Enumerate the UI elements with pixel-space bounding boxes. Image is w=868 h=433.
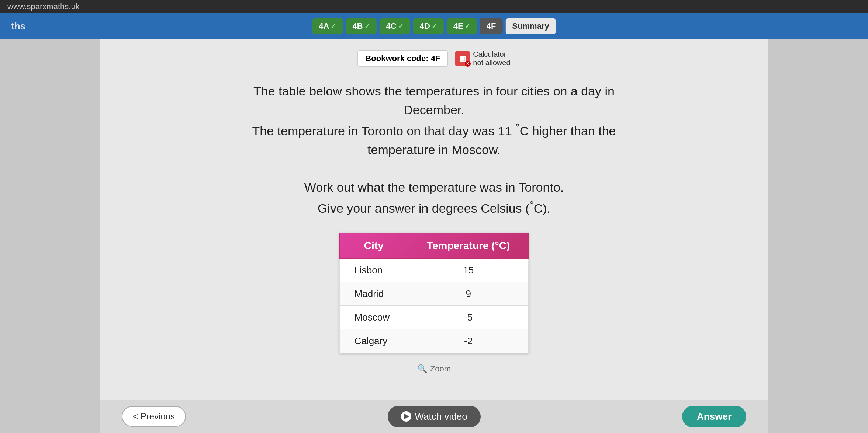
bookwork-code: Bookwork code: 4F — [357, 50, 448, 67]
nav-site-label: ths — [11, 21, 25, 32]
city-calgary: Calgary — [339, 329, 408, 353]
question-line6: Give your answer in degrees Celsius (°C)… — [122, 197, 746, 218]
calculator-info: ▣ ✕ Calculator not allowed — [455, 50, 510, 67]
watch-video-label: Watch video — [415, 411, 467, 422]
city-madrid: Madrid — [339, 282, 408, 305]
tab-4C-label: 4C — [386, 21, 397, 31]
temp-madrid: 9 — [408, 282, 528, 305]
question-line5: Work out what the temperature was in Tor… — [122, 178, 746, 197]
tab-4F-label: 4F — [487, 21, 496, 31]
tab-summary-label: Summary — [512, 21, 549, 31]
tab-4E-label: 4E — [453, 21, 463, 31]
answer-button[interactable]: Answer — [682, 406, 746, 427]
col-city-header: City — [339, 233, 408, 258]
question-line3: The temperature in Toronto on that day w… — [122, 119, 746, 140]
temp-lisbon: 15 — [408, 258, 528, 282]
browser-url: www.sparxmaths.uk — [7, 2, 80, 11]
table-container: City Temperature (°C) Lisbon 15 Madrid 9… — [122, 233, 746, 353]
bottom-bar: < Previous Watch video Answer — [100, 400, 768, 433]
col-temp-header: Temperature (°C) — [408, 233, 528, 258]
city-lisbon: Lisbon — [339, 258, 408, 282]
question-line1: The table below shows the temperatures i… — [122, 82, 746, 101]
table-header-row: City Temperature (°C) — [339, 233, 529, 258]
zoom-row[interactable]: 🔍 Zoom — [122, 364, 746, 374]
nav-tabs: 4A ✓ 4B ✓ 4C ✓ 4D ✓ 4E ✓ 4F Summary — [312, 18, 556, 34]
tab-4C[interactable]: 4C ✓ — [380, 18, 410, 34]
table-row: Lisbon 15 — [339, 258, 529, 282]
tab-summary[interactable]: Summary — [505, 18, 556, 34]
calculator-not-allowed: not allowed — [473, 59, 510, 67]
tab-4D-check: ✓ — [432, 22, 437, 30]
tab-4B-label: 4B — [352, 21, 363, 31]
tab-4A-check: ✓ — [331, 22, 336, 30]
calculator-icon: ▣ ✕ — [455, 51, 470, 66]
table-row: Madrid 9 — [339, 282, 529, 305]
table-row: Calgary -2 — [339, 329, 529, 353]
tab-4C-check: ✓ — [398, 22, 404, 30]
calculator-x-icon: ✕ — [465, 61, 471, 67]
zoom-icon: 🔍 — [417, 364, 427, 374]
city-moscow: Moscow — [339, 305, 408, 329]
video-play-icon — [401, 411, 411, 422]
question-text: The table below shows the temperatures i… — [122, 82, 746, 218]
tab-4F[interactable]: 4F — [480, 18, 503, 34]
tab-4E-check: ✓ — [465, 22, 470, 30]
calculator-status-text: Calculator not allowed — [473, 50, 510, 67]
watch-video-button[interactable]: Watch video — [388, 406, 481, 427]
tab-4B-check: ✓ — [364, 22, 370, 30]
tab-4A-label: 4A — [319, 21, 329, 31]
tab-4D[interactable]: 4D ✓ — [413, 18, 444, 34]
calculator-label: Calculator — [473, 50, 510, 59]
tab-4B[interactable]: 4B ✓ — [346, 18, 376, 34]
previous-button[interactable]: < Previous — [122, 406, 186, 427]
question-line2: December. — [122, 101, 746, 119]
table-row: Moscow -5 — [339, 305, 529, 329]
tab-4D-label: 4D — [420, 21, 430, 31]
nav-bar: ths 4A ✓ 4B ✓ 4C ✓ 4D ✓ 4E ✓ 4F Summary — [0, 13, 868, 39]
tab-4A[interactable]: 4A ✓ — [312, 18, 343, 34]
temp-moscow: -5 — [408, 305, 528, 329]
browser-bar: www.sparxmaths.uk — [0, 0, 868, 13]
temp-calgary: -2 — [408, 329, 528, 353]
temperature-table: City Temperature (°C) Lisbon 15 Madrid 9… — [339, 233, 529, 353]
zoom-label: Zoom — [430, 364, 451, 374]
bookwork-bar: Bookwork code: 4F ▣ ✕ Calculator not all… — [122, 50, 746, 67]
main-content: Bookwork code: 4F ▣ ✕ Calculator not all… — [100, 39, 768, 433]
question-line4: temperature in Moscow. — [122, 140, 746, 159]
tab-4E[interactable]: 4E ✓ — [447, 18, 477, 34]
